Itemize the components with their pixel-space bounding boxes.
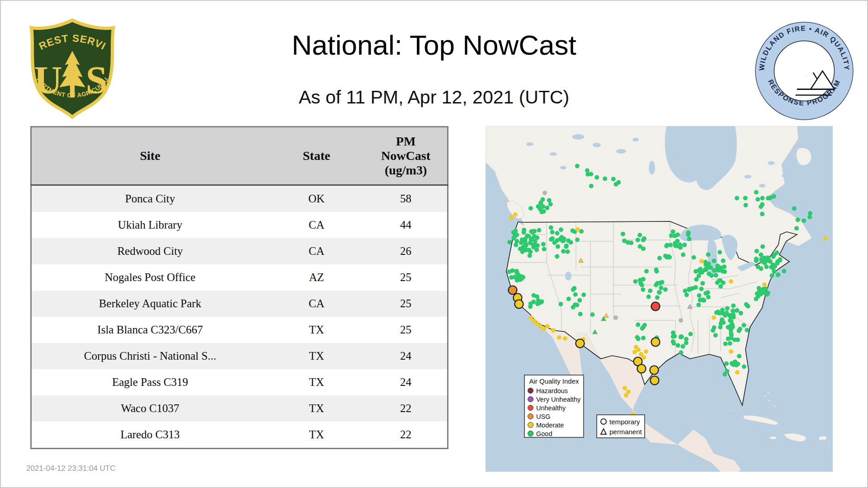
legend-item: USG	[528, 412, 580, 421]
good-monitor-dot	[757, 288, 762, 293]
good-monitor-dot	[759, 267, 764, 271]
good-monitor-dot	[577, 298, 582, 303]
good-monitor-dot	[572, 286, 576, 291]
table-row: Corpus Christi - National S...TX24	[31, 343, 448, 369]
good-monitor-dot	[792, 206, 797, 211]
good-monitor-dot	[746, 304, 750, 309]
top-nowcast-table: Site State PM NowCast (ug/m3) Ponca City…	[30, 126, 448, 449]
good-monitor-dot	[520, 249, 525, 254]
good-monitor-dot	[575, 164, 580, 169]
legend-label: USG	[536, 413, 550, 420]
page-title: National: Top NowCast	[1, 29, 867, 61]
good-monitor-dot	[555, 254, 559, 258]
good-monitor-dot	[730, 324, 735, 329]
top-site-marker-moderate	[650, 366, 659, 375]
good-monitor-dot	[684, 293, 689, 297]
good-monitor-dot	[755, 249, 759, 253]
good-monitor-dot	[679, 350, 684, 355]
good-monitor-dot	[663, 287, 668, 292]
legend-label: Unhealthy	[536, 404, 566, 412]
symbol-row-permanent: permanent	[600, 427, 642, 436]
good-monitor-dot	[699, 287, 704, 291]
good-monitor-dot	[528, 206, 533, 211]
cell-site: Ponca City	[31, 185, 269, 212]
good-monitor-dot	[621, 232, 625, 236]
page-subtitle: As of 11 PM, Apr 12, 2021 (UTC)	[1, 87, 867, 108]
good-monitor-dot	[655, 269, 659, 274]
legend-label: Good	[536, 430, 552, 437]
good-monitor-dot	[794, 226, 799, 230]
good-monitor-dot	[782, 269, 786, 273]
good-monitor-dot	[519, 240, 524, 245]
good-monitor-dot	[549, 225, 553, 230]
top-site-marker-moderate	[515, 300, 524, 309]
good-monitor-dot	[641, 247, 646, 251]
good-monitor-dot	[673, 244, 678, 248]
good-monitor-dot	[524, 242, 528, 246]
top-site-marker-moderate	[576, 339, 585, 348]
good-monitor-dot	[729, 319, 734, 324]
good-monitor-dot	[622, 239, 627, 243]
moderate-monitor-dot	[542, 327, 546, 331]
table-row: Redwood CityCA26	[31, 238, 448, 264]
table-row: Ponca CityOK58	[31, 185, 448, 212]
moderate-monitor-dot	[509, 216, 514, 220]
good-monitor-dot	[698, 269, 703, 274]
moderate-monitor-dot	[712, 315, 716, 320]
good-monitor-dot	[717, 250, 722, 254]
good-monitor-dot	[514, 271, 519, 275]
good-monitor-dot	[564, 244, 569, 248]
good-monitor-dot	[671, 339, 675, 344]
legend-label: Moderate	[536, 422, 564, 429]
good-monitor-dot	[676, 343, 680, 347]
good-monitor-dot	[807, 215, 812, 219]
good-monitor-dot	[706, 295, 711, 300]
col-header-pm-nowcast: PM NowCast (ug/m3)	[364, 127, 448, 185]
good-monitor-dot	[760, 244, 765, 249]
table-row: Eagle Pass C319TX24	[31, 369, 448, 395]
moderate-monitor-dot	[644, 349, 648, 354]
cell-value: 25	[364, 317, 448, 343]
permanent-label: permanent	[609, 428, 642, 436]
temporary-label: temporary	[609, 418, 640, 426]
top-nowcast-table-wrap: Site State PM NowCast (ug/m3) Ponca City…	[30, 126, 448, 449]
good-monitor-dot	[726, 325, 731, 329]
moderate-monitor-dot	[729, 279, 733, 284]
good-monitor-dot	[589, 184, 594, 188]
good-monitor-dot	[802, 219, 806, 223]
good-monitor-dot	[671, 230, 675, 234]
col-header-state: State	[269, 127, 364, 185]
good-monitor-dot	[725, 306, 730, 310]
dashboard-page: FOREST SERVICE U S DEPARTMENT OF AGRICUL…	[0, 0, 868, 488]
jamaica	[769, 436, 777, 440]
cell-state: CA	[269, 212, 364, 238]
good-monitor-dot	[556, 244, 560, 249]
good-monitor-dot	[707, 272, 711, 276]
moderate-monitor-dot	[576, 227, 580, 232]
good-monitor-dot	[536, 298, 541, 303]
moderate-monitor-dot	[513, 212, 518, 217]
good-monitor-dot	[721, 258, 726, 263]
good-monitor-dot	[675, 233, 680, 237]
moderate-monitor-dot	[729, 349, 733, 354]
legend-swatch	[528, 413, 533, 419]
good-monitor-dot	[573, 302, 577, 307]
good-monitor-dot	[641, 277, 646, 282]
good-monitor-dot	[796, 218, 800, 222]
legend-item: Very Unhealthy	[528, 395, 580, 404]
good-monitor-dot	[742, 323, 746, 328]
cell-state: TX	[269, 343, 364, 369]
good-monitor-dot	[697, 293, 702, 298]
cell-state: TX	[269, 422, 364, 449]
good-monitor-dot	[644, 269, 649, 273]
good-monitor-dot	[511, 230, 516, 235]
good-monitor-dot	[603, 177, 607, 181]
good-monitor-dot	[689, 332, 693, 336]
good-monitor-dot	[636, 337, 641, 341]
good-monitor-dot	[561, 249, 566, 253]
good-monitor-dot	[754, 257, 759, 261]
good-monitor-dot	[754, 190, 759, 195]
good-monitor-dot	[573, 292, 578, 297]
good-monitor-dot	[552, 240, 557, 245]
moderate-monitor-dot	[545, 324, 550, 328]
